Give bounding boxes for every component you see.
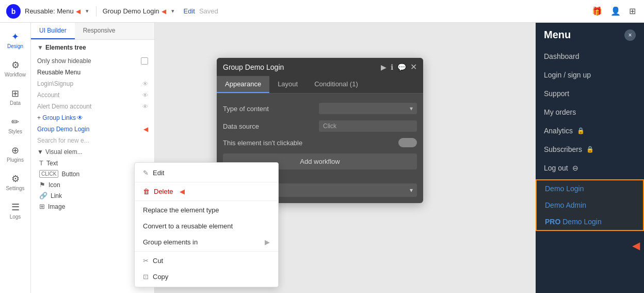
search-new-element[interactable]: Search for new e... <box>31 135 154 146</box>
design-icon: ✦ <box>11 31 19 42</box>
delete-red-arrow: ◀ <box>180 188 185 195</box>
context-menu-copy[interactable]: ⊡ Copy <box>135 269 278 285</box>
delete-cm-icon: 🗑 <box>143 188 150 195</box>
type-content-arrow-icon: ▾ <box>410 105 413 112</box>
tab-ui-builder[interactable]: UI Builder <box>31 23 75 39</box>
saved-status: Saved <box>199 7 218 15</box>
menu-item-my-orders[interactable]: My orders <box>536 103 644 121</box>
sidebar-item-logs[interactable]: ☰ Logs <box>0 197 30 224</box>
icon-elem-icon: ⚑ <box>39 181 45 189</box>
group-demo-dropdown-btn[interactable]: ▾ <box>170 7 175 16</box>
sidebar-item-settings[interactable]: ⚙ Settings <box>0 169 30 195</box>
logout-icon: ⊖ <box>572 164 578 172</box>
left-nav: ✦ Design ⚙ Workflow ⊞ Data ✏ Styles ⊕ Pl… <box>0 23 31 293</box>
menu-item-logout[interactable]: Log out ⊖ <box>536 159 644 177</box>
plugins-icon: ⊕ <box>11 145 19 156</box>
gdl-close-icon[interactable]: ✕ <box>410 62 417 72</box>
cm-divider-1 <box>135 182 278 182</box>
context-menu-replace[interactable]: Replace the element type <box>135 202 278 218</box>
type-of-content-dropdown[interactable]: ▾ <box>319 103 417 114</box>
context-menu-cut[interactable]: ✂ Cut <box>135 253 278 269</box>
right-panel-header: Menu × <box>536 23 644 47</box>
context-menu-delete[interactable]: 🗑 Delete ◀ <box>135 183 278 199</box>
context-menu-convert[interactable]: Convert to a reusable element <box>135 218 278 234</box>
menu-item-demo-admin[interactable]: Demo Admin <box>537 197 643 213</box>
tree-item-reusable-menu[interactable]: Reusable Menu <box>31 67 154 78</box>
styles-icon: ✏ <box>11 116 19 128</box>
menu-item-dashboard[interactable]: Dashboard <box>536 47 644 66</box>
button-elem-icon: CLICK <box>39 170 58 178</box>
sidebar-item-workflow[interactable]: ⚙ Workflow <box>0 55 30 82</box>
reusable-dropdown-btn[interactable]: ▾ <box>85 7 90 16</box>
plus-group-links[interactable]: + Group Links 👁 <box>31 112 154 124</box>
workflow-icon: ⚙ <box>11 59 20 71</box>
analytics-lock-icon: 🔒 <box>577 127 585 134</box>
gdl-tab-appearance[interactable]: Appearance <box>217 76 269 93</box>
separator <box>96 6 96 17</box>
grid-icon-btn[interactable]: ⊞ <box>627 4 638 18</box>
only-show-hideable-row: Only show hideable <box>31 55 154 67</box>
sidebar-item-styles[interactable]: ✏ Styles <box>0 112 30 138</box>
elements-tree-header: ▼ Elements tree <box>31 40 154 55</box>
menu-item-subscribers[interactable]: Subscribers 🔒 <box>536 140 644 159</box>
menu-item-demo-login[interactable]: Demo Login <box>537 180 643 197</box>
logs-icon: ☰ <box>11 202 20 213</box>
eye-icon-group: 👁 <box>77 114 83 121</box>
right-panel-close-btn[interactable]: × <box>624 29 636 41</box>
tree-item-alert-demo[interactable]: Alert Demo account 👁 <box>31 101 154 112</box>
sidebar-item-data[interactable]: ⊞ Data <box>0 84 30 110</box>
gdl-tab-conditional[interactable]: Conditional (1) <box>306 76 366 93</box>
tree-item-group-demo-login[interactable]: Group Demo Login ◀ <box>31 124 154 135</box>
subscribers-lock-icon: 🔒 <box>586 146 594 153</box>
pro-label: PRO <box>545 218 562 226</box>
group-demo-arrow-icon: ◀ <box>162 8 166 15</box>
text-elem-icon: T <box>39 159 43 167</box>
data-source-input[interactable]: Click <box>319 120 417 132</box>
sidebar-item-plugins[interactable]: ⊕ Plugins <box>0 141 30 167</box>
tree-toggle-icon[interactable]: ▼ <box>37 44 43 51</box>
context-menu-group[interactable]: Group elements in ▶ <box>135 234 278 250</box>
highlighted-section: Demo Login Demo Admin PRO Demo Login <box>536 179 644 231</box>
gdl-header-icons: ▶ ℹ 💬 ✕ <box>381 62 417 72</box>
menu-item-analytics[interactable]: Analytics 🔒 <box>536 121 644 140</box>
cm-divider-2 <box>135 201 278 201</box>
eye-icon-login: 👁 <box>142 81 148 87</box>
panel-tabs: UI Builder Responsive <box>31 23 154 40</box>
settings-icon: ⚙ <box>11 173 20 184</box>
edit-cm-icon: ✎ <box>143 169 149 177</box>
not-clickable-label: This element isn't clickable <box>223 139 302 147</box>
data-icon: ⊞ <box>11 88 19 99</box>
play-icon[interactable]: ▶ <box>381 63 387 71</box>
type-of-content-label: Type of content <box>223 105 269 113</box>
group-arrow-icon: ▶ <box>265 238 270 246</box>
main-layout: ✦ Design ⚙ Workflow ⊞ Data ✏ Styles ⊕ Pl… <box>0 23 644 293</box>
sidebar-item-design[interactable]: ✦ Design <box>0 27 30 53</box>
context-menu: ✎ Edit 🗑 Delete ◀ Replace the element ty… <box>134 162 279 287</box>
gdl-tab-layout[interactable]: Layout <box>269 76 306 93</box>
menu-item-pro-demo-login[interactable]: PRO Demo Login <box>537 213 643 230</box>
comment-icon[interactable]: 💬 <box>397 63 406 71</box>
visual-elements-header: ▼ Visual elem... <box>31 146 154 158</box>
reusable-label: Reusable: Menu ◀ <box>25 7 81 15</box>
data-source-label: Data source <box>223 122 259 130</box>
gift-icon-btn[interactable]: 🎁 <box>590 4 604 18</box>
menu-item-support[interactable]: Support <box>536 84 644 103</box>
tree-item-login-signup[interactable]: Login\Signup 👁 <box>31 78 154 89</box>
clickable-toggle[interactable] <box>398 138 417 147</box>
edit-link[interactable]: Edit <box>184 7 195 15</box>
cut-cm-icon: ✂ <box>143 257 149 265</box>
top-bar-right: 🎁 👤 ⊞ <box>590 4 638 18</box>
tree-item-account[interactable]: Account 👁 <box>31 89 154 101</box>
gdl-title: Group Demo Login <box>223 63 284 71</box>
red-arrow-overlay: ◀ <box>632 239 640 252</box>
menu-title: Menu <box>544 29 571 41</box>
tab-responsive[interactable]: Responsive <box>75 23 124 39</box>
hideable-checkbox[interactable] <box>141 57 148 65</box>
info-icon[interactable]: ℹ <box>391 63 393 71</box>
user-icon-btn[interactable]: 👤 <box>608 4 623 18</box>
group-demo-tree-arrow: ◀ <box>143 126 148 133</box>
type-of-content-row: Type of content ▾ <box>223 100 417 117</box>
context-menu-edit[interactable]: ✎ Edit <box>135 165 278 181</box>
menu-item-login-signup[interactable]: Login / sign up <box>536 66 644 84</box>
style-dropdown-arrow-icon: ▾ <box>410 187 413 194</box>
